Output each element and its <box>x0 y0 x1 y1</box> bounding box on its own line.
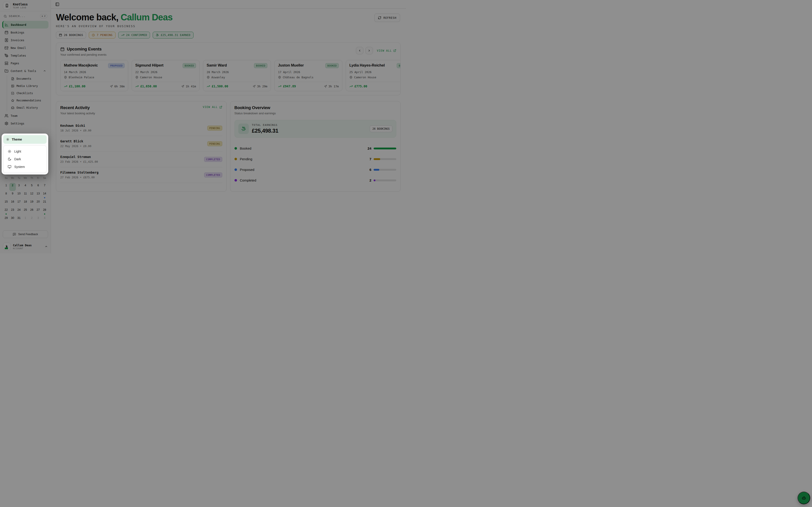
sidebar-item-label: Bookings <box>11 31 24 34</box>
calendar-day[interactable]: 14 <box>42 191 48 199</box>
sidebar-item-label: Content & Tools <box>11 69 36 73</box>
calendar-day[interactable]: 8 <box>3 191 9 199</box>
calendar-day-number: 22 <box>5 208 8 211</box>
avatar-letter: k <box>6 244 8 249</box>
calendar-day[interactable]: 23 <box>9 207 16 216</box>
calendar-day[interactable]: 18 <box>22 199 29 207</box>
calendar-day[interactable]: 1 <box>3 183 9 191</box>
event-location: Blenheim Palace <box>69 75 94 79</box>
calendar-day[interactable]: 28 <box>42 207 48 216</box>
activity-row[interactable]: Keshawn Dicki 18 Jul 2026 • £0.00 PENDIN… <box>60 120 222 136</box>
account-role: ACCOUNT <box>13 247 32 250</box>
calendar-day[interactable]: 10 <box>16 191 22 199</box>
calendar-event-dot <box>6 189 7 190</box>
calendar-day[interactable]: 4 <box>42 216 48 224</box>
calendar-day[interactable]: 1 <box>22 216 29 224</box>
map-pin-icon <box>135 76 139 79</box>
activity-row[interactable]: Filomena Stoltenberg 27 Feb 2026 • £875.… <box>60 167 222 183</box>
calendar-day[interactable]: 30 <box>9 216 16 224</box>
stat-label: 24 CONFIRMED <box>126 34 147 37</box>
stats-row: 26 BOOKINGS 7 PENDING 24 CONFIRMED £25,4… <box>56 32 401 39</box>
search-input[interactable]: SEARCH... ⌘ P <box>3 14 48 18</box>
calendar-day[interactable]: 21 <box>42 199 48 207</box>
calendar-day[interactable]: 4 <box>22 183 29 191</box>
event-card[interactable]: Juston Mueller BOOKED 17 April 2026 Chât… <box>274 60 342 91</box>
calendar-day[interactable]: 15 <box>3 199 9 207</box>
calendar-day[interactable]: 3 <box>35 216 41 224</box>
theme-menu-header[interactable]: Theme <box>3 135 47 144</box>
sidebar-item-templates[interactable]: Templates <box>2 52 48 59</box>
calendar-day[interactable]: 20 <box>35 199 41 207</box>
sidebar-toggle-icon[interactable] <box>55 2 59 6</box>
navigation-icon <box>324 85 327 88</box>
calendar-day[interactable]: 3 <box>16 183 22 191</box>
events-prev-button[interactable] <box>356 47 363 54</box>
account-menu[interactable]: k Callum Deas ACCOUNT <box>0 241 51 253</box>
calendar-day[interactable]: 29 <box>3 216 9 224</box>
calendar-day[interactable]: 19 <box>29 199 35 207</box>
sidebar-item-recommendations[interactable]: Recommendations <box>9 97 48 104</box>
event-card[interactable]: Sigmund Hilpert BOOKED 22 March 2026 Cam… <box>132 60 200 91</box>
status-label: Booked <box>240 147 251 150</box>
calendar-event-dot <box>18 222 19 223</box>
event-card[interactable]: Samir Ward BOOKED 28 March 2026 Aswanley <box>203 60 271 91</box>
map-pin-icon <box>278 76 281 79</box>
sidebar-item-team[interactable]: Team <box>2 112 48 119</box>
theme-option-light[interactable]: Light <box>5 148 45 155</box>
sidebar-item-media-library[interactable]: Media Library <box>9 82 48 90</box>
sidebar-item-dashboard[interactable]: Dashboard <box>2 21 48 29</box>
theme-option-system[interactable]: System <box>5 163 45 171</box>
search-icon <box>4 15 7 18</box>
inbox-icon <box>11 106 14 109</box>
event-status-badge: BOOKED <box>397 63 401 68</box>
users-icon <box>5 114 8 118</box>
sidebar-item-settings[interactable]: Settings <box>2 119 48 127</box>
event-status-badge: BOOKED <box>325 63 339 68</box>
sidebar-item-documents[interactable]: Documents <box>9 75 48 82</box>
event-card[interactable]: Lydia Hayes-Reichel BOOKED 25 April 2026… <box>346 60 401 91</box>
calendar-day[interactable]: 5 <box>29 183 35 191</box>
calendar-day[interactable]: 7 <box>42 183 48 191</box>
calendar-day[interactable]: 6 <box>35 183 41 191</box>
refresh-button[interactable]: REFRESH <box>374 13 400 22</box>
events-next-button[interactable] <box>365 47 373 54</box>
sidebar-item-bookings[interactable]: Bookings <box>2 29 48 36</box>
calendar-day[interactable]: 2 <box>29 216 35 224</box>
sidebar-item-pages[interactable]: Pages <box>2 59 48 67</box>
calendar-day-number: 4 <box>44 216 45 220</box>
calendar-event-dot <box>6 214 7 215</box>
sidebar-item-content-tools[interactable]: Content & Tools <box>2 67 48 75</box>
event-card[interactable]: Mathew Macejkovic PROPOSED 14 March 2026… <box>60 60 128 91</box>
sidebar-item-label: Dashboard <box>11 23 26 26</box>
send-feedback-button[interactable]: Send Feedback <box>3 230 48 238</box>
calendar-event-dot <box>18 189 19 190</box>
calendar-day[interactable]: 13 <box>35 191 41 199</box>
calendar-day[interactable]: 24 <box>16 207 22 216</box>
activity-view-all-link[interactable]: VIEW ALL <box>203 106 222 109</box>
calendar-event-dot <box>31 214 33 215</box>
sidebar-item-new-email[interactable]: New Email <box>2 44 48 52</box>
sidebar-item-checklists[interactable]: Checklists <box>9 90 48 97</box>
calendar-day[interactable]: 26 <box>29 207 35 216</box>
calendar-day[interactable]: 31 <box>16 216 22 224</box>
calendar-day[interactable]: 22 <box>3 207 9 216</box>
calendar-day[interactable]: 25 <box>22 207 29 216</box>
calendar-day[interactable]: 12 <box>29 191 35 199</box>
calendar-day[interactable]: 17 <box>16 199 22 207</box>
status-bar-fill <box>373 148 396 150</box>
calendar-day[interactable]: 11 <box>22 191 29 199</box>
sidebar-item-email-history[interactable]: Email History <box>9 104 48 111</box>
calendar-day-number: 25 <box>24 208 27 211</box>
calendar-day[interactable]: 2 <box>9 183 16 191</box>
calendar-day[interactable]: 9 <box>9 191 16 199</box>
event-amount: £1,500.00 <box>207 84 228 88</box>
theme-option-dark[interactable]: Dark <box>5 155 45 163</box>
events-view-all-link[interactable]: VIEW ALL <box>377 49 396 52</box>
calendar-day[interactable]: 27 <box>35 207 41 216</box>
activity-row[interactable]: Ezequiel Stroman 23 Feb 2026 • £1,425.00… <box>60 152 222 167</box>
activity-row[interactable]: Garett Blick 22 May 2026 • £0.00 PENDING <box>60 136 222 152</box>
sidebar-item-invoices[interactable]: Invoices <box>2 36 48 44</box>
event-client-name: Samir Ward <box>207 63 227 67</box>
calendar-day[interactable]: 16 <box>9 199 16 207</box>
calendar-day-number: 14 <box>43 192 46 195</box>
